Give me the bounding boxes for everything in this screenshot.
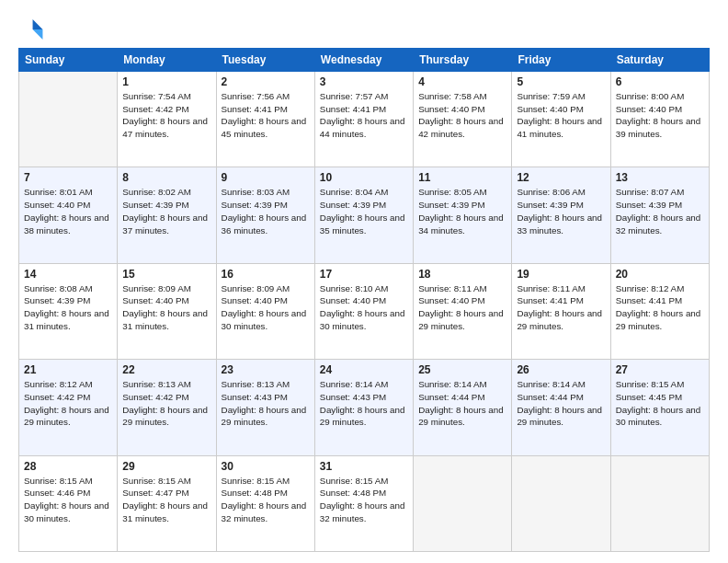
calendar-cell <box>610 455 709 551</box>
day-number: 7 <box>24 171 112 184</box>
daylight: Daylight: 8 hours and 30 minutes. <box>616 405 701 428</box>
day-info: Sunrise: 8:11 AMSunset: 4:41 PMDaylight:… <box>517 282 605 333</box>
calendar-cell: 17Sunrise: 8:10 AMSunset: 4:40 PMDayligh… <box>314 263 413 359</box>
day-number: 2 <box>222 75 310 88</box>
calendar-cell: 29Sunrise: 8:15 AMSunset: 4:47 PMDayligh… <box>118 455 216 551</box>
daylight: Daylight: 8 hours and 29 minutes. <box>517 308 602 331</box>
daylight: Daylight: 8 hours and 32 minutes. <box>222 500 307 523</box>
day-number: 17 <box>320 268 408 281</box>
daylight: Daylight: 8 hours and 29 minutes. <box>122 405 208 428</box>
calendar-cell <box>19 72 118 167</box>
day-info: Sunrise: 8:04 AMSunset: 4:39 PMDaylight:… <box>320 186 408 236</box>
day-number: 4 <box>418 75 506 88</box>
day-info: Sunrise: 7:58 AMSunset: 4:40 PMDaylight:… <box>418 90 506 141</box>
sunset: Sunset: 4:40 PM <box>24 200 90 210</box>
weekday-header: Wednesday <box>314 49 413 72</box>
calendar-week-row: 1Sunrise: 7:54 AMSunset: 4:42 PMDaylight… <box>19 72 710 167</box>
daylight: Daylight: 8 hours and 29 minutes. <box>418 405 504 428</box>
day-info: Sunrise: 8:13 AMSunset: 4:43 PMDaylight:… <box>222 378 310 429</box>
day-info: Sunrise: 8:12 AMSunset: 4:41 PMDaylight:… <box>616 282 704 333</box>
daylight: Daylight: 8 hours and 29 minutes. <box>418 308 504 331</box>
calendar-cell: 19Sunrise: 8:11 AMSunset: 4:41 PMDayligh… <box>512 263 610 359</box>
day-info: Sunrise: 8:13 AMSunset: 4:42 PMDaylight:… <box>122 378 210 429</box>
page: SundayMondayTuesdayWednesdayThursdayFrid… <box>0 0 728 563</box>
day-info: Sunrise: 8:15 AMSunset: 4:45 PMDaylight:… <box>616 378 704 429</box>
calendar-cell: 24Sunrise: 8:14 AMSunset: 4:43 PMDayligh… <box>314 360 413 455</box>
sunrise: Sunrise: 8:09 AM <box>222 283 290 293</box>
daylight: Daylight: 8 hours and 31 minutes. <box>122 308 208 331</box>
day-number: 19 <box>517 268 605 281</box>
sunrise: Sunrise: 8:04 AM <box>320 187 389 197</box>
day-info: Sunrise: 8:01 AMSunset: 4:40 PMDaylight:… <box>24 186 112 236</box>
calendar-cell: 21Sunrise: 8:12 AMSunset: 4:42 PMDayligh… <box>19 360 118 455</box>
calendar-cell <box>512 455 610 551</box>
sunset: Sunset: 4:39 PM <box>222 200 288 210</box>
sunrise: Sunrise: 8:11 AM <box>517 283 586 293</box>
logo-icon <box>18 17 44 42</box>
sunset: Sunset: 4:41 PM <box>222 104 288 114</box>
calendar-cell: 5Sunrise: 7:59 AMSunset: 4:40 PMDaylight… <box>512 72 610 167</box>
daylight: Daylight: 8 hours and 34 minutes. <box>418 213 504 236</box>
sunset: Sunset: 4:46 PM <box>24 488 90 498</box>
calendar-cell: 20Sunrise: 8:12 AMSunset: 4:41 PMDayligh… <box>610 263 709 359</box>
day-info: Sunrise: 8:06 AMSunset: 4:39 PMDaylight:… <box>517 186 605 236</box>
sunrise: Sunrise: 8:05 AM <box>418 187 487 197</box>
sunrise: Sunrise: 7:58 AM <box>418 91 487 101</box>
day-info: Sunrise: 8:00 AMSunset: 4:40 PMDaylight:… <box>616 90 704 141</box>
calendar-cell: 6Sunrise: 8:00 AMSunset: 4:40 PMDaylight… <box>610 72 709 167</box>
calendar-cell: 11Sunrise: 8:05 AMSunset: 4:39 PMDayligh… <box>414 167 512 263</box>
calendar-cell: 12Sunrise: 8:06 AMSunset: 4:39 PMDayligh… <box>512 167 610 263</box>
sunrise: Sunrise: 8:14 AM <box>517 379 586 389</box>
daylight: Daylight: 8 hours and 41 minutes. <box>517 116 602 139</box>
sunrise: Sunrise: 8:15 AM <box>222 476 290 486</box>
sunrise: Sunrise: 8:13 AM <box>122 379 191 389</box>
day-number: 16 <box>222 268 310 281</box>
daylight: Daylight: 8 hours and 33 minutes. <box>517 213 602 236</box>
daylight: Daylight: 8 hours and 37 minutes. <box>122 213 208 236</box>
sunrise: Sunrise: 8:01 AM <box>24 187 93 197</box>
calendar-cell: 15Sunrise: 8:09 AMSunset: 4:40 PMDayligh… <box>118 263 216 359</box>
sunrise: Sunrise: 8:15 AM <box>24 476 93 486</box>
sunrise: Sunrise: 8:15 AM <box>616 379 685 389</box>
day-number: 15 <box>122 268 210 281</box>
calendar-cell: 14Sunrise: 8:08 AMSunset: 4:39 PMDayligh… <box>19 263 118 359</box>
day-number: 30 <box>222 460 310 473</box>
calendar-cell <box>414 455 512 551</box>
sunset: Sunset: 4:44 PM <box>517 392 583 402</box>
sunrise: Sunrise: 8:15 AM <box>320 476 389 486</box>
daylight: Daylight: 8 hours and 32 minutes. <box>616 213 701 236</box>
day-number: 25 <box>418 363 506 376</box>
sunset: Sunset: 4:42 PM <box>122 104 188 114</box>
day-info: Sunrise: 8:15 AMSunset: 4:48 PMDaylight:… <box>222 475 310 525</box>
calendar-cell: 7Sunrise: 8:01 AMSunset: 4:40 PMDaylight… <box>19 167 118 263</box>
daylight: Daylight: 8 hours and 30 minutes. <box>320 308 405 331</box>
sunset: Sunset: 4:39 PM <box>517 200 583 210</box>
day-info: Sunrise: 8:05 AMSunset: 4:39 PMDaylight:… <box>418 186 506 236</box>
sunset: Sunset: 4:39 PM <box>616 200 682 210</box>
sunrise: Sunrise: 8:15 AM <box>122 476 191 486</box>
day-number: 1 <box>122 75 210 88</box>
sunrise: Sunrise: 8:07 AM <box>616 187 685 197</box>
calendar-cell: 10Sunrise: 8:04 AMSunset: 4:39 PMDayligh… <box>314 167 413 263</box>
logo <box>18 17 48 42</box>
calendar-cell: 31Sunrise: 8:15 AMSunset: 4:48 PMDayligh… <box>314 455 413 551</box>
sunset: Sunset: 4:41 PM <box>616 295 682 305</box>
weekday-header: Friday <box>512 49 610 72</box>
daylight: Daylight: 8 hours and 31 minutes. <box>24 308 109 331</box>
sunrise: Sunrise: 8:13 AM <box>222 379 290 389</box>
calendar-cell: 23Sunrise: 8:13 AMSunset: 4:43 PMDayligh… <box>216 360 314 455</box>
day-info: Sunrise: 7:57 AMSunset: 4:41 PMDaylight:… <box>320 90 408 141</box>
day-number: 6 <box>616 75 704 88</box>
sunset: Sunset: 4:45 PM <box>616 392 682 402</box>
daylight: Daylight: 8 hours and 30 minutes. <box>222 308 307 331</box>
sunset: Sunset: 4:39 PM <box>122 200 188 210</box>
daylight: Daylight: 8 hours and 29 minutes. <box>320 405 405 428</box>
sunset: Sunset: 4:41 PM <box>517 295 583 305</box>
calendar-cell: 8Sunrise: 8:02 AMSunset: 4:39 PMDaylight… <box>118 167 216 263</box>
day-number: 28 <box>24 460 112 473</box>
day-info: Sunrise: 8:08 AMSunset: 4:39 PMDaylight:… <box>24 282 112 333</box>
day-number: 18 <box>418 268 506 281</box>
day-info: Sunrise: 8:14 AMSunset: 4:44 PMDaylight:… <box>418 378 506 429</box>
day-number: 10 <box>320 171 408 184</box>
weekday-header: Thursday <box>414 49 512 72</box>
